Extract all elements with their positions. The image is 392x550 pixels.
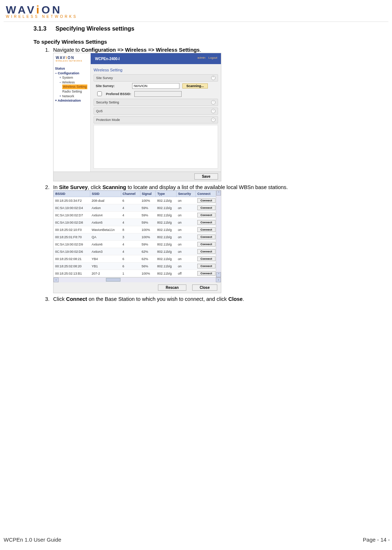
logo-text-pre: WAV xyxy=(6,4,36,16)
connect-button[interactable]: Connect xyxy=(197,220,215,225)
section-site-survey[interactable]: Site Survey ˅ xyxy=(94,74,218,82)
nav-status[interactable]: Status xyxy=(55,66,90,71)
nav-system[interactable]: System xyxy=(55,75,90,80)
expand-icon: ˆ xyxy=(211,109,215,113)
connect-button[interactable]: Connect xyxy=(197,249,215,254)
ssid-input[interactable] xyxy=(132,83,179,89)
prefered-bssid-checkbox[interactable] xyxy=(97,91,102,96)
connect-button[interactable]: Connect xyxy=(197,213,215,217)
connect-button[interactable]: Connect xyxy=(197,235,215,239)
link-logout[interactable]: Logout xyxy=(209,56,217,59)
step3-pre: Click xyxy=(53,296,66,302)
device-model: WCPEn-2400-I xyxy=(95,57,120,61)
scan-results-table: BSSIDSSIDChannelSignalTypeSecurityConnec… xyxy=(54,190,221,277)
screenshot-wireless-setting: WAViON WIRELESS NETWORKS WCPEn-2400-I ad… xyxy=(53,53,221,181)
logo-text-suf: ON xyxy=(41,4,62,16)
step3-b1: Connect xyxy=(66,296,87,302)
header-rule xyxy=(4,21,388,22)
section-security[interactable]: Security Setting ˆ xyxy=(94,99,218,106)
connect-button[interactable]: Connect xyxy=(197,264,215,268)
footer-right: Page - 14 - xyxy=(363,537,390,543)
step2-post: to locate and display a list of the avai… xyxy=(126,184,288,190)
step1-path: Configuration => Wireless => Wireless Se… xyxy=(81,47,199,53)
table-row: 00:18:25:02:08:20YB1656%802.11b/gonConne… xyxy=(54,263,221,270)
table-row: 00:18:25:02:13:B1207-21100%802.11b/goffC… xyxy=(54,270,221,277)
connect-button[interactable]: Connect xyxy=(197,242,215,247)
rescan-button[interactable]: Rescan xyxy=(158,284,186,291)
close-button[interactable]: Close xyxy=(192,284,217,291)
table-row: 00:18:25:02:08:21YB4662%802.11b/gonConne… xyxy=(54,255,221,263)
connect-button[interactable]: Connect xyxy=(197,271,215,276)
label-prefered-bssid: Prefered BSSID: xyxy=(106,92,131,96)
device-title-bar: WCPEn-2400-I admin Logout xyxy=(91,53,221,64)
nav-wireless[interactable]: Wireless xyxy=(55,80,90,85)
panel-whitespace xyxy=(94,125,218,169)
step-3: Click Connect on the Base Station to whi… xyxy=(51,296,387,302)
section-number: 3.1.3 xyxy=(33,25,54,32)
site-survey-label: Site Survey xyxy=(96,76,113,80)
scroll-up-icon[interactable]: ˄ xyxy=(216,190,221,196)
step2-b1: Site Survey xyxy=(59,184,88,190)
section-qos[interactable]: QoS ˆ xyxy=(94,107,218,115)
connect-button[interactable]: Connect xyxy=(197,227,215,232)
save-button[interactable]: Save xyxy=(194,173,218,180)
section-protection[interactable]: Protection Mode ˆ xyxy=(94,116,218,123)
col-ssid: SSID xyxy=(90,191,121,197)
col-channel: Channel xyxy=(121,191,140,197)
footer-left: WCPEn 1.0 User Guide xyxy=(4,537,61,543)
table-row: 0C:5A:19:00:02:D7Axtion4459%802.11b/gonC… xyxy=(54,212,221,219)
label-site-survey: Site Survey: xyxy=(96,84,129,88)
procedure-steps: Navigate to Configuration => Wireless =>… xyxy=(33,47,387,302)
logo-text-i: i xyxy=(36,4,41,16)
table-row: 00:18:25:01:F8:70QA3100%802.11b/gonConne… xyxy=(54,233,221,241)
step3-post: . xyxy=(243,296,244,302)
scroll-left-icon[interactable]: ‹ xyxy=(54,278,59,282)
scroll-thumb[interactable] xyxy=(106,278,120,282)
table-row: 0C:5A:19:00:02:D6Axtion3462%802.11b/gonC… xyxy=(54,248,221,255)
nav-network[interactable]: Network xyxy=(55,94,90,99)
panel-title: Wireless Setting xyxy=(94,68,218,72)
protection-label: Protection Mode xyxy=(96,118,120,122)
step3-mid: on the Base Station to which you wish to… xyxy=(87,296,228,302)
table-row: 0C:5A:19:00:02:D9Axtion6459%802.11b/gonC… xyxy=(54,241,221,248)
scanning-button[interactable]: Scanning... xyxy=(182,83,208,89)
step-1: Navigate to Configuration => Wireless =>… xyxy=(51,47,387,181)
step2-pre: In xyxy=(53,184,59,190)
col-security: Security xyxy=(177,191,196,197)
security-label: Security Setting xyxy=(96,101,119,104)
brand-logo: WAViON WIRELESS NETWORKS xyxy=(6,4,388,19)
horizontal-scrollbar[interactable]: ‹ › xyxy=(54,277,221,282)
col-signal: Signal xyxy=(140,191,156,197)
page-footer: WCPEn 1.0 User Guide Page - 14 - xyxy=(4,537,390,543)
qos-label: QoS xyxy=(96,109,103,113)
section-heading: 3.1.3 Specifying Wireless settings xyxy=(33,25,387,32)
section-title: Specifying Wireless settings xyxy=(55,25,134,32)
connect-button[interactable]: Connect xyxy=(197,198,215,203)
mini-logo: WAViON WIRELESS NETWORKS xyxy=(54,53,91,64)
scroll-right-icon[interactable]: › xyxy=(216,278,221,282)
col-bssid: BSSID xyxy=(54,191,90,197)
step-2: In Site Survey, click Scanning to locate… xyxy=(51,184,387,293)
table-row: 0C:5A:19:00:02:D8Axtion5459%802.11b/gonC… xyxy=(54,219,221,226)
step2-mid: , click xyxy=(88,184,102,190)
table-row: 00:18:25:02:10:F0WavionBeta11n8100%802.1… xyxy=(54,226,221,233)
step1-pre: Navigate to xyxy=(53,47,81,53)
table-row: 00:18:25:03:34:F2208-dual6100%802.11b/go… xyxy=(54,197,221,204)
link-admin[interactable]: admin xyxy=(198,56,206,59)
nav-administration[interactable]: Administration xyxy=(55,98,90,103)
connect-button[interactable]: Connect xyxy=(197,256,215,261)
nav-wireless-setting[interactable]: Wireless Setting xyxy=(62,85,87,89)
step2-b2: Scanning xyxy=(102,184,126,190)
step3-b2: Close xyxy=(228,296,243,302)
connect-button[interactable]: Connect xyxy=(197,205,215,210)
vertical-scrollbar[interactable]: ˄ ˅ xyxy=(216,190,221,277)
nav-configuration[interactable]: Configuration xyxy=(55,71,90,76)
col-type: Type xyxy=(156,191,177,197)
prefered-bssid-input[interactable] xyxy=(134,91,182,97)
table-row: 0C:5A:19:00:02:D4Axtion459%802.11b/gonCo… xyxy=(54,204,221,212)
expand-icon: ˆ xyxy=(211,118,215,122)
wireless-setting-panel: Wireless Setting Site Survey ˅ Site Surv… xyxy=(91,64,221,172)
screenshot-scan-results: BSSIDSSIDChannelSignalTypeSecurityConnec… xyxy=(53,190,221,293)
scroll-down-icon[interactable]: ˅ xyxy=(216,272,221,277)
nav-radio-setting[interactable]: Radio Setting xyxy=(55,89,90,94)
